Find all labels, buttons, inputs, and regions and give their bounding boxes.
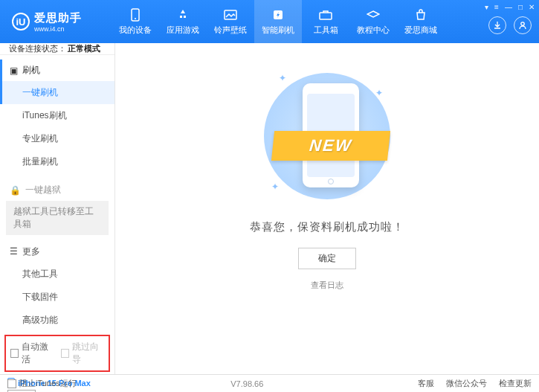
toolbox-icon: [318, 8, 333, 22]
menu-icon[interactable]: ≡: [494, 3, 499, 11]
sidebar-item-advanced[interactable]: 高级功能: [0, 309, 114, 332]
logo-icon: iU: [12, 13, 30, 30]
success-message: 恭喜您，保资料刷机成功啦！: [250, 220, 404, 234]
sidebar-item-onekey-flash[interactable]: 一键刷机: [0, 81, 114, 104]
connection-status: 设备连接状态： 正常模式: [0, 43, 114, 55]
sidebar-item-batch-flash[interactable]: 批量刷机: [0, 150, 114, 173]
success-illustration: ✦ ✦ ✦ NEW: [256, 65, 398, 207]
svg-point-1: [135, 18, 136, 19]
section-more[interactable]: ☰ 更多: [0, 241, 114, 263]
nav-apps[interactable]: 应用游戏: [159, 0, 207, 43]
apps-icon: [175, 8, 190, 22]
chk-block-itunes[interactable]: 阻止iTunes运行: [7, 378, 77, 389]
checkbox-icon: [61, 349, 69, 358]
maximize-icon[interactable]: □: [518, 3, 523, 11]
app-url: www.i4.cn: [34, 25, 82, 33]
chk-skip-guide: 跳过向导: [61, 341, 104, 366]
nav-tutorials[interactable]: 教程中心: [349, 0, 397, 43]
sidebar: 设备连接状态： 正常模式 ▣ 刷机 一键刷机 iTunes刷机 专业刷机 批量刷…: [0, 43, 115, 374]
window-controls: ▾ ≡ — □ ✕: [485, 3, 535, 11]
svg-point-5: [521, 22, 524, 25]
tutorial-icon: [366, 8, 381, 22]
connection-mode: 正常模式: [68, 43, 100, 54]
footer-links: 客服 微信公众号 检查更新: [418, 378, 532, 389]
svg-rect-4: [320, 13, 332, 19]
version-label: V7.98.66: [230, 379, 263, 388]
top-nav: 我的设备 应用游戏 铃声壁纸 智能刷机 工具箱 教程中心 爱思商城: [112, 0, 445, 43]
section-jailbreak: 🔒 一键越狱: [0, 179, 114, 201]
main-panel: ✦ ✦ ✦ NEW 恭喜您，保资料刷机成功啦！ 确定 查看日志: [115, 43, 539, 374]
checkbox-icon: [10, 349, 19, 358]
new-ribbon: NEW: [271, 131, 390, 161]
minimize-icon[interactable]: —: [505, 3, 512, 11]
ok-button[interactable]: 确定: [298, 248, 356, 269]
lock-icon: 🔒: [10, 185, 21, 196]
sidebar-item-other-tools[interactable]: 其他工具: [0, 263, 114, 286]
sidebar-item-download-firmware[interactable]: 下载固件: [0, 286, 114, 309]
flash-icon: [271, 8, 285, 22]
tshirt-icon[interactable]: ▾: [485, 3, 488, 11]
sidebar-item-itunes-flash[interactable]: iTunes刷机: [0, 104, 114, 127]
app-name: 爱思助手: [34, 11, 82, 25]
more-icon: ☰: [10, 246, 18, 257]
download-icon[interactable]: [488, 16, 506, 34]
header-actions: [488, 16, 532, 34]
app-header: iU 爱思助手 www.i4.cn 我的设备 应用游戏 铃声壁纸 智能刷机 工具…: [0, 0, 539, 43]
content-area: 设备连接状态： 正常模式 ▣ 刷机 一键刷机 iTunes刷机 专业刷机 批量刷…: [0, 43, 539, 374]
wallpaper-icon: [223, 8, 238, 22]
jailbreak-moved-note: 越狱工具已转移至工具箱: [6, 201, 109, 235]
store-icon: [413, 8, 428, 22]
footer-link-wechat[interactable]: 微信公众号: [446, 378, 487, 389]
storage-badge: 512GB: [7, 390, 36, 392]
chk-auto-activate[interactable]: 自动激活: [10, 341, 54, 366]
user-icon[interactable]: [514, 16, 532, 34]
logo-area: iU 爱思助手 www.i4.cn: [0, 11, 112, 33]
device-icon: [128, 8, 143, 22]
checkbox-icon: [7, 379, 16, 388]
nav-toolbox[interactable]: 工具箱: [302, 0, 349, 43]
footer-link-support[interactable]: 客服: [418, 378, 434, 389]
footer-link-update[interactable]: 检查更新: [499, 378, 532, 389]
section-flash[interactable]: ▣ 刷机: [0, 60, 114, 81]
nav-smart-flash[interactable]: 智能刷机: [254, 0, 302, 43]
view-log-link[interactable]: 查看日志: [311, 280, 343, 291]
nav-ringtones[interactable]: 铃声壁纸: [207, 0, 254, 43]
close-icon[interactable]: ✕: [529, 3, 535, 11]
sidebar-item-pro-flash[interactable]: 专业刷机: [0, 127, 114, 150]
nav-my-device[interactable]: 我的设备: [112, 0, 159, 43]
activation-options: 自动激活 跳过向导: [4, 335, 110, 372]
nav-store[interactable]: 爱思商城: [397, 0, 445, 43]
flash-section-icon: ▣: [10, 65, 18, 76]
